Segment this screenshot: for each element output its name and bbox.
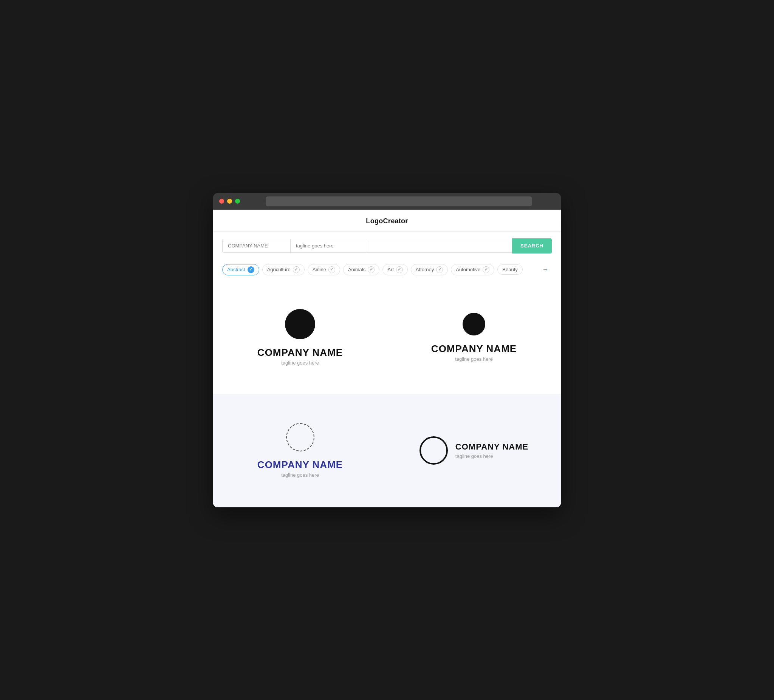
logo-4-icon	[420, 436, 448, 465]
filter-chip-attorney[interactable]: Attorney ✓	[411, 264, 448, 276]
filter-label-beauty: Beauty	[502, 267, 518, 272]
filter-chip-abstract[interactable]: Abstract ✓	[222, 264, 259, 276]
filter-label-animals: Animals	[348, 267, 366, 272]
filter-label-airline: Airline	[313, 267, 326, 272]
filter-check-attorney: ✓	[436, 266, 443, 273]
filter-label-art: Art	[387, 267, 394, 272]
filter-chip-airline[interactable]: Airline ✓	[308, 264, 340, 276]
filter-label-agriculture: Agriculture	[267, 267, 291, 272]
logo-grid: COMPANY NAME tagline goes here COMPANY N…	[213, 281, 561, 507]
filter-bar: Abstract ✓ Agriculture ✓ Airline ✓ Anima…	[213, 260, 561, 281]
logo-3-tagline: tagline goes here	[281, 472, 319, 478]
filter-check-art: ✓	[396, 266, 403, 273]
filter-chip-animals[interactable]: Animals ✓	[343, 264, 379, 276]
filter-chip-art[interactable]: Art ✓	[382, 264, 408, 276]
filter-label-attorney: Attorney	[416, 267, 434, 272]
logo-4-text: COMPANY NAME tagline goes here	[455, 442, 528, 459]
logo-2-company: COMPANY NAME	[431, 343, 517, 355]
logo-4-inner: COMPANY NAME tagline goes here	[420, 436, 528, 465]
logo-card-3[interactable]: COMPANY NAME tagline goes here	[213, 394, 387, 507]
minimize-button[interactable]	[227, 199, 232, 204]
filter-check-airline: ✓	[328, 266, 335, 273]
maximize-button[interactable]	[235, 199, 240, 204]
close-button[interactable]	[219, 199, 224, 204]
logo-1-inner: COMPANY NAME tagline goes here	[257, 309, 343, 366]
filter-chip-beauty[interactable]: Beauty	[497, 264, 522, 275]
search-button[interactable]: SEARCH	[512, 238, 552, 253]
filter-chip-agriculture[interactable]: Agriculture ✓	[262, 264, 304, 276]
tagline-input[interactable]	[290, 239, 366, 253]
logo-card-1[interactable]: COMPANY NAME tagline goes here	[213, 281, 387, 394]
app-content: LogoCreator SEARCH Abstract ✓ Agricultur…	[213, 210, 561, 507]
logo-4-tagline: tagline goes here	[455, 453, 528, 459]
logo-3-icon	[286, 423, 314, 451]
search-bar: SEARCH	[213, 231, 561, 260]
logo-1-icon	[285, 309, 315, 339]
logo-2-icon	[463, 313, 485, 335]
filter-chip-automotive[interactable]: Automotive ✓	[451, 264, 495, 276]
logo-3-company: COMPANY NAME	[257, 459, 343, 471]
filter-label-automotive: Automotive	[456, 267, 480, 272]
browser-titlebar	[213, 193, 561, 210]
address-bar	[266, 196, 532, 206]
logo-2-tagline: tagline goes here	[455, 356, 493, 362]
logo-2-inner: COMPANY NAME tagline goes here	[431, 313, 517, 362]
filter-check-agriculture: ✓	[293, 266, 300, 273]
logo-card-4[interactable]: COMPANY NAME tagline goes here	[387, 394, 561, 507]
filter-check-animals: ✓	[368, 266, 375, 273]
app-title: LogoCreator	[366, 217, 408, 225]
company-name-input[interactable]	[222, 239, 290, 253]
logo-4-company: COMPANY NAME	[455, 442, 528, 452]
filter-label-abstract: Abstract	[227, 267, 245, 272]
logo-1-company: COMPANY NAME	[257, 347, 343, 358]
filter-check-automotive: ✓	[483, 266, 490, 273]
filter-check-abstract: ✓	[248, 266, 254, 273]
logo-card-2[interactable]: COMPANY NAME tagline goes here	[387, 281, 561, 394]
logo-3-inner: COMPANY NAME tagline goes here	[257, 423, 343, 478]
browser-window: LogoCreator SEARCH Abstract ✓ Agricultur…	[213, 193, 561, 507]
logo-1-tagline: tagline goes here	[281, 360, 319, 366]
app-header: LogoCreator	[213, 210, 561, 231]
filter-next-arrow[interactable]: →	[539, 264, 552, 275]
extra-input[interactable]	[366, 239, 512, 253]
